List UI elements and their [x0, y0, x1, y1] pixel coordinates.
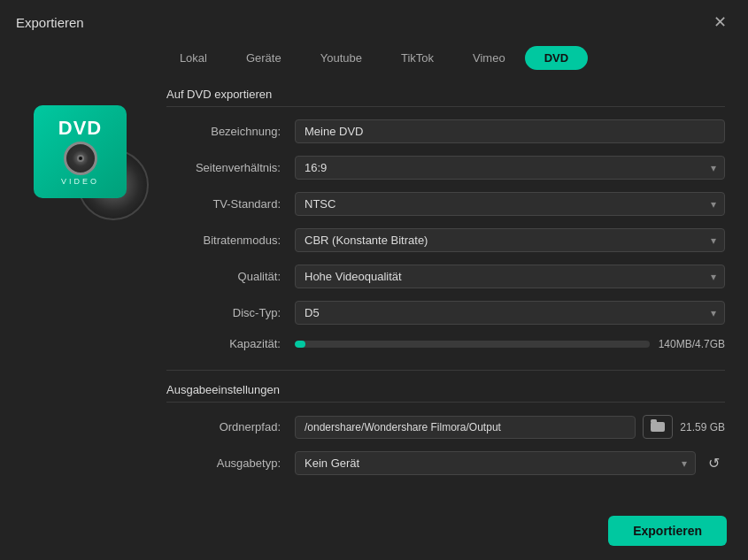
ausgabetyp-select-wrapper: Kein Gerät ▾ — [295, 451, 696, 475]
ordnerpfad-input[interactable] — [295, 416, 636, 439]
kapazitaet-value: 140MB/4.7GB — [659, 338, 725, 350]
disc-typ-control: D5 D9 ▾ — [295, 301, 725, 325]
ordnerpfad-control: 21.59 GB — [295, 415, 725, 439]
close-button[interactable]: ✕ — [708, 12, 732, 32]
dvd-preview: DVD VIDEO — [16, 88, 166, 498]
ausgabetyp-row: Ausgabetyp: Kein Gerät ▾ ↺ — [166, 451, 725, 475]
dvd-box-subtitle: VIDEO — [61, 177, 99, 186]
ausgabetyp-control: Kein Gerät ▾ ↺ — [295, 451, 725, 475]
bezeichnung-label: Bezeichnung: — [166, 125, 295, 138]
qualitaet-row: Qualität: Hohe Videoqualität Mittlere Vi… — [166, 265, 725, 288]
tab-tiktok[interactable]: TikTok — [382, 46, 453, 70]
disc-typ-select[interactable]: D5 D9 — [295, 301, 725, 325]
tab-dvd[interactable]: DVD — [525, 46, 588, 70]
kapazitaet-control: 140MB/4.7GB — [295, 338, 725, 350]
tab-lokal[interactable]: Lokal — [160, 46, 227, 70]
bezeichnung-control — [295, 119, 725, 143]
ordnerpfad-row: Ordnerpfad: 21.59 GB — [166, 415, 725, 439]
dvd-box-disc — [64, 142, 97, 175]
export-button[interactable]: Exportieren — [608, 516, 727, 546]
svg-rect-1 — [651, 419, 657, 423]
tv-standard-control: NTSC PAL ▾ — [295, 192, 725, 216]
qualitaet-select[interactable]: Hohe Videoqualität Mittlere Videoqualitä… — [295, 265, 725, 288]
seitenverhaeltnis-row: Seitenverhältnis: 16:9 4:3 ▾ — [166, 156, 725, 180]
ausgabetyp-reset-button[interactable]: ↺ — [703, 453, 725, 473]
main-panel: Auf DVD exportieren Bezeichnung: Seitenv… — [166, 88, 732, 498]
kapazitaet-label: Kapazität: — [166, 337, 295, 350]
bitratenmodus-control: CBR (Konstante Bitrate) VBR (Variable Bi… — [295, 228, 725, 252]
bitratenmodus-label: Bitratenmodus: — [166, 234, 295, 247]
dvd-section-title: Auf DVD exportieren — [166, 88, 725, 107]
disc-typ-label: Disc-Typ: — [166, 306, 295, 319]
ordnerpfad-label: Ordnerpfad: — [166, 420, 295, 433]
tv-standard-row: TV-Standard: NTSC PAL ▾ — [166, 192, 725, 216]
content-area: DVD VIDEO Auf DVD exportieren Bezeichnun… — [0, 79, 748, 507]
kapazitaet-row: Kapazität: 140MB/4.7GB — [166, 337, 725, 350]
ordnerpfad-size: 21.59 GB — [680, 421, 725, 433]
qualitaet-label: Qualität: — [166, 270, 295, 283]
qualitaet-control: Hohe Videoqualität Mittlere Videoqualitä… — [295, 265, 725, 288]
export-dialog: Exportieren ✕ Lokal Geräte Youtube TikTo… — [0, 0, 748, 560]
seitenverhaeltnis-select[interactable]: 16:9 4:3 — [295, 156, 725, 180]
tv-standard-label: TV-Standard: — [166, 197, 295, 211]
dvd-icon: DVD VIDEO — [34, 105, 149, 220]
seitenverhaeltnis-label: Seitenverhältnis: — [166, 161, 295, 174]
folder-browse-button[interactable] — [643, 415, 673, 439]
footer: Exportieren — [0, 507, 748, 560]
capacity-bar-fill — [295, 341, 305, 348]
output-section-title: Ausgabeeinstellungen — [166, 383, 725, 403]
tab-youtube[interactable]: Youtube — [301, 46, 382, 70]
seitenverhaeltnis-control: 16:9 4:3 ▾ — [295, 156, 725, 180]
ausgabetyp-select[interactable]: Kein Gerät — [295, 451, 696, 475]
ausgabetyp-label: Ausgabetyp: — [166, 456, 295, 470]
dialog-title: Exportieren — [16, 15, 84, 30]
dvd-box-title: DVD — [58, 119, 102, 138]
bezeichnung-row: Bezeichnung: — [166, 119, 725, 143]
section-divider — [166, 370, 725, 371]
disc-typ-row: Disc-Typ: D5 D9 ▾ — [166, 301, 725, 325]
svg-rect-0 — [651, 422, 665, 432]
capacity-bar-bg — [295, 341, 650, 348]
tab-geraete[interactable]: Geräte — [227, 46, 301, 70]
tab-vimeo[interactable]: Vimeo — [453, 46, 525, 70]
title-bar: Exportieren ✕ — [0, 0, 748, 41]
bitratenmodus-row: Bitratenmodus: CBR (Konstante Bitrate) V… — [166, 228, 725, 252]
dvd-box: DVD VIDEO — [34, 105, 127, 198]
bezeichnung-input[interactable] — [295, 119, 725, 143]
bitratenmodus-select[interactable]: CBR (Konstante Bitrate) VBR (Variable Bi… — [295, 228, 725, 252]
tab-bar: Lokal Geräte Youtube TikTok Vimeo DVD — [0, 41, 748, 79]
tv-standard-select[interactable]: NTSC PAL — [295, 192, 725, 216]
dvd-disc-hole — [77, 155, 84, 162]
